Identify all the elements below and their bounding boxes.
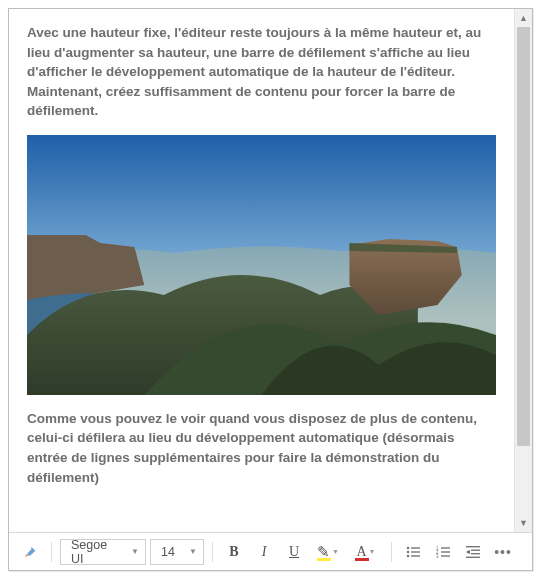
numbered-list-icon: 1 2 3 [436, 546, 450, 558]
svg-rect-13 [466, 546, 480, 547]
chevron-down-icon: ▼ [131, 547, 139, 556]
highlight-color-button[interactable]: ✎ ▼ [311, 539, 345, 565]
svg-rect-17 [471, 553, 480, 554]
svg-point-3 [407, 550, 410, 553]
font-size-value: 14 [161, 545, 175, 559]
chevron-down-icon: ▼ [189, 547, 197, 556]
scroll-thumb[interactable] [517, 27, 530, 446]
paragraph-1[interactable]: Avec une hauteur fixe, l'éditeur reste t… [27, 23, 496, 121]
scroll-track[interactable] [515, 27, 532, 514]
outdent-icon [466, 546, 480, 558]
decrease-indent-button[interactable] [460, 539, 486, 565]
toolbar-separator [391, 542, 392, 562]
svg-rect-16 [471, 549, 480, 550]
editor-toolbar: Segoe UI ▼ 14 ▼ B I U ✎ ▼ A ▼ [9, 532, 532, 570]
bold-button[interactable]: B [221, 539, 247, 565]
svg-rect-6 [411, 555, 420, 556]
chevron-down-icon: ▼ [332, 548, 339, 555]
svg-rect-10 [441, 551, 450, 552]
content-wrap: Avec une hauteur fixe, l'éditeur reste t… [9, 9, 532, 532]
svg-rect-4 [411, 551, 420, 552]
numbered-list-button[interactable]: 1 2 3 [430, 539, 456, 565]
bullet-list-button[interactable] [400, 539, 426, 565]
brush-icon [22, 544, 38, 560]
bullet-list-icon [406, 546, 420, 558]
paragraph-2[interactable]: Comme vous pouvez le voir quand vous dis… [27, 409, 496, 487]
chevron-down-icon: ▼ [369, 548, 376, 555]
svg-rect-18 [466, 556, 480, 557]
svg-point-1 [407, 546, 410, 549]
font-size-select[interactable]: 14 ▼ [150, 539, 204, 565]
inline-image[interactable] [27, 135, 496, 395]
vertical-scrollbar[interactable]: ▲ ▼ [514, 9, 532, 532]
svg-text:3: 3 [436, 554, 439, 558]
more-options-button[interactable]: ••• [490, 539, 516, 565]
scroll-down-button[interactable]: ▼ [515, 514, 532, 532]
rich-text-editor: Avec une hauteur fixe, l'éditeur reste t… [8, 8, 533, 571]
font-family-value: Segoe UI [71, 538, 123, 566]
svg-rect-2 [411, 547, 420, 548]
editor-content-area[interactable]: Avec une hauteur fixe, l'éditeur reste t… [9, 9, 514, 532]
svg-rect-12 [441, 555, 450, 556]
svg-point-5 [407, 554, 410, 557]
scroll-up-button[interactable]: ▲ [515, 9, 532, 27]
format-painter-button[interactable] [17, 539, 43, 565]
italic-button[interactable]: I [251, 539, 277, 565]
svg-marker-15 [466, 550, 469, 554]
svg-rect-8 [441, 547, 450, 548]
font-color-swatch [355, 558, 369, 561]
ellipsis-icon: ••• [494, 544, 512, 560]
highlight-color-swatch [317, 558, 331, 561]
underline-button[interactable]: U [281, 539, 307, 565]
font-family-select[interactable]: Segoe UI ▼ [60, 539, 146, 565]
landscape-illustration [27, 135, 496, 395]
font-color-button[interactable]: A ▼ [349, 539, 383, 565]
toolbar-separator [212, 542, 213, 562]
toolbar-separator [51, 542, 52, 562]
